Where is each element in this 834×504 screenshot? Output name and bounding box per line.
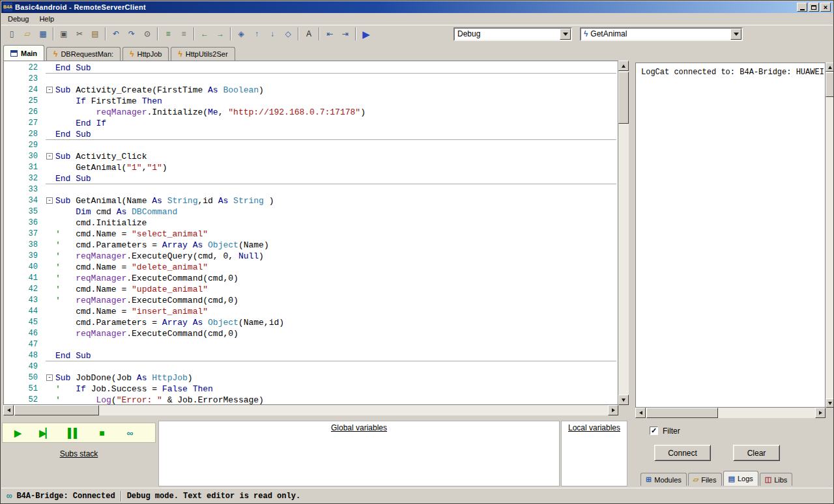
code-line-41[interactable]: 41' reqManager.ExecuteCommand(cmd,0) [4, 273, 618, 284]
code-line-40[interactable]: 40' cmd.Name = "delete_animal" [4, 262, 618, 273]
minimize-button[interactable] [797, 3, 807, 12]
code-line-50[interactable]: 50-Sub JobDone(Job As HttpJob) [4, 372, 618, 384]
horizontal-scroll-thumb[interactable] [14, 405, 99, 415]
navigate-forward-button[interactable]: → [212, 27, 228, 41]
panel-tab-logs[interactable]: ▤Logs [723, 471, 758, 486]
panel-tab-modules[interactable]: ⊞Modules [640, 473, 687, 486]
run-button[interactable]: ▶ [358, 27, 374, 41]
new-file-button[interactable]: ▯ [4, 27, 20, 41]
collapse-icon[interactable]: - [46, 197, 53, 204]
filter-checkbox[interactable]: ✓ [650, 427, 658, 435]
run-to-cursor-button[interactable]: ▶▏ [36, 425, 55, 441]
menu-debug[interactable]: Debug [3, 14, 34, 24]
comment-button[interactable]: ≡ [160, 27, 176, 41]
scroll-left-icon[interactable] [3, 405, 14, 415]
log-output[interactable]: LogCat connected to: B4A-Bridge: HUAWEI … [635, 63, 826, 408]
navigate-back-button[interactable]: ← [197, 27, 212, 41]
code-line-22[interactable]: 22End Sub [4, 63, 618, 74]
modules-icon: ⊞ [646, 476, 652, 483]
target-sub-select[interactable]: ϟ GetAnimal [580, 27, 743, 41]
scroll-right-icon[interactable] [815, 408, 826, 418]
code-line-44[interactable]: 44 cmd.Name = "insert_animal" [4, 306, 618, 317]
indent-button[interactable]: ⇥ [338, 27, 353, 41]
code-line-31[interactable]: 31 GetAnimal("1","1") [4, 162, 618, 173]
code-line-39[interactable]: 39' reqManager.ExecuteQuery(cmd, 0, Null… [4, 251, 618, 262]
uncomment-button[interactable]: ≡ [176, 27, 192, 41]
paste-button[interactable]: ▤ [87, 27, 103, 41]
code-line-36[interactable]: 36 cmd.Initialize [4, 217, 618, 229]
restore-button[interactable] [809, 3, 819, 12]
menu-help[interactable]: Help [34, 14, 59, 24]
undo-button[interactable]: ↶ [108, 27, 124, 41]
find-button[interactable]: ⊙ [139, 27, 155, 41]
code-line-42[interactable]: 42' cmd.Name = "update_animal" [4, 284, 618, 295]
code-line-23[interactable]: 23 [4, 74, 618, 85]
toggle-bookmark-button[interactable]: ◈ [233, 27, 249, 41]
collapse-icon[interactable]: - [46, 87, 53, 93]
scroll-left-icon[interactable] [635, 408, 646, 418]
scroll-down-icon[interactable] [618, 395, 629, 405]
log-horizontal-scrollbar[interactable] [635, 408, 826, 418]
dropdown-arrow-icon[interactable] [560, 29, 571, 40]
code-line-52[interactable]: 52' Log("Error: " & Job.ErrorMessage) [4, 395, 618, 405]
previous-bookmark-button[interactable]: ↑ [249, 27, 265, 41]
code-line-28[interactable]: 28End Sub [4, 129, 618, 140]
open-file-button[interactable]: ▱ [20, 27, 35, 41]
code-line-38[interactable]: 38' cmd.Parameters = Array As Object(Nam… [4, 240, 618, 251]
code-line-30[interactable]: 30-Sub Activity_Click [4, 151, 618, 162]
bridge-link-button[interactable]: ∞ [120, 425, 139, 441]
code-line-29[interactable]: 29 [4, 140, 618, 151]
tab-httputils2ser[interactable]: ϟHttpUtils2Ser [171, 47, 235, 61]
outdent-button[interactable]: ⇤ [322, 27, 338, 41]
cut-button[interactable]: ✂ [72, 27, 87, 41]
code-line-25[interactable]: 25 If FirstTime Then [4, 96, 618, 107]
scroll-up-icon[interactable] [826, 63, 834, 72]
editor-horizontal-scrollbar[interactable] [3, 405, 618, 415]
panel-tab-files[interactable]: ▱Files [688, 473, 722, 486]
font-options-button[interactable]: A [301, 27, 317, 41]
horizontal-scroll-thumb[interactable] [646, 408, 718, 418]
redo-button[interactable]: ↷ [124, 27, 139, 41]
vertical-scroll-thumb[interactable] [618, 72, 629, 124]
clear-bookmarks-button[interactable]: ◇ [280, 27, 296, 41]
code-line-34[interactable]: 34-Sub GetAnimal(Name As String,id As St… [4, 195, 618, 206]
scroll-right-icon[interactable] [608, 405, 618, 415]
code-line-33[interactable]: 33 [4, 184, 618, 195]
code-line-49[interactable]: 49 [4, 361, 618, 372]
code-area[interactable]: 22End Sub2324-Sub Activity_Create(FirstT… [3, 61, 618, 405]
code-line-43[interactable]: 43' reqManager.ExecuteCommand(cmd,0) [4, 295, 618, 306]
next-bookmark-button[interactable]: ↓ [265, 27, 280, 41]
vertical-scroll-thumb[interactable] [826, 72, 834, 97]
code-line-27[interactable]: 27 End If [4, 118, 618, 129]
copy-button[interactable]: ▣ [56, 27, 72, 41]
collapse-icon[interactable]: - [46, 374, 53, 381]
pause-button[interactable]: ▌▌ [64, 425, 83, 441]
code-line-35[interactable]: 35 Dim cmd As DBCommand [4, 206, 618, 217]
resume-button[interactable]: ▶ [8, 425, 27, 441]
code-line-45[interactable]: 45 cmd.Parameters = Array As Object(Name… [4, 317, 618, 328]
connect-button[interactable]: Connect [654, 445, 711, 461]
tab-dbrequestman[interactable]: ϟDBRequestMan: [46, 47, 121, 61]
code-line-48[interactable]: 48End Sub [4, 350, 618, 361]
collapse-icon[interactable]: - [46, 153, 53, 160]
code-line-32[interactable]: 32End Sub [4, 173, 618, 184]
scroll-down-icon[interactable] [826, 399, 834, 408]
panel-tab-libs[interactable]: ◫Libs [760, 473, 793, 486]
code-line-26[interactable]: 26 reqManager.Initialize(Me, "http://192… [4, 107, 618, 118]
code-line-51[interactable]: 51' If Job.Success = False Then [4, 384, 618, 395]
code-line-24[interactable]: 24-Sub Activity_Create(FirstTime As Bool… [4, 85, 618, 96]
close-button[interactable]: × [820, 3, 831, 12]
editor-vertical-scrollbar[interactable] [618, 61, 629, 405]
dropdown-arrow-icon[interactable] [730, 29, 741, 40]
stop-button[interactable]: ■ [92, 425, 111, 441]
debug-mode-select[interactable]: Debug [453, 27, 572, 41]
save-file-button[interactable]: ▦ [35, 27, 51, 41]
tab-main[interactable]: Main [3, 45, 44, 61]
code-line-37[interactable]: 37' cmd.Name = "select_animal" [4, 229, 618, 240]
log-vertical-scrollbar[interactable] [826, 63, 834, 408]
scroll-up-icon[interactable] [618, 61, 629, 71]
clear-button[interactable]: Clear [733, 445, 780, 461]
code-line-47[interactable]: 47 [4, 339, 618, 350]
code-line-46[interactable]: 46 reqManager.ExecuteCommand(cmd,0) [4, 328, 618, 339]
tab-httpjob[interactable]: ϟHttpJob [122, 47, 169, 61]
